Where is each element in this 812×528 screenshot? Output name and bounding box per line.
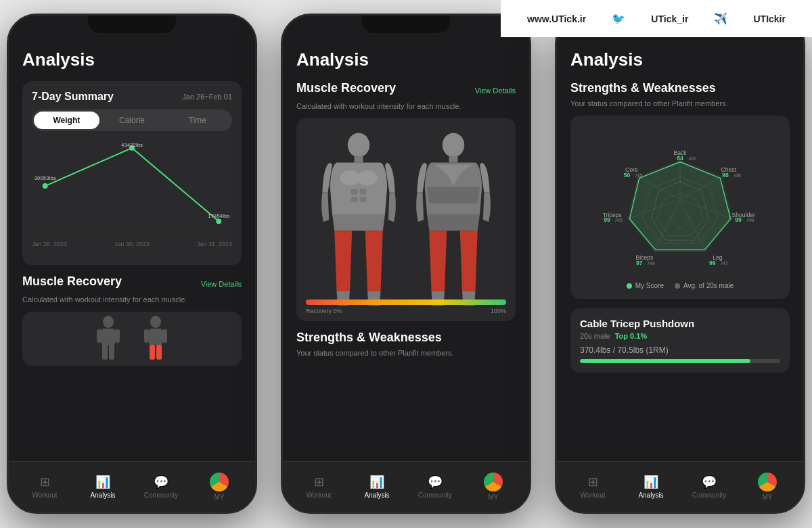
svg-point-25 [340,170,359,186]
avatar-3 [758,473,777,491]
nav-my-2[interactable]: MY [464,473,522,501]
notch [88,16,176,33]
recovery-bar [306,299,506,305]
svg-point-5 [43,183,48,189]
svg-text:98: 98 [722,172,729,178]
nav-label-community-3: Community [692,491,727,499]
recovery-bar-container: Recovery 0% 100% [306,299,506,314]
summary-title: 7-Day Summary [32,91,114,103]
my-score-label: My Score [635,282,664,289]
strengths-title-2: Strengths & Weaknesses [296,331,516,345]
svg-text:84: 84 [677,155,683,162]
view-details-1[interactable]: View Details [201,280,242,288]
analysis-icon-2: 📊 [369,475,384,489]
nav-workout-2[interactable]: ⊞ Workout [290,475,348,499]
nav-label-community-2: Community [418,491,453,499]
nav-label-community-1: Community [144,491,179,499]
muscle-subtitle-1: Calculated with workout intensity for ea… [22,295,242,304]
badge-top: Top 0.1% [615,332,647,340]
svg-text:99: 99 [709,260,716,266]
weight-chart: 30053lbs 43422lbs 17454lbs Jan 26, 2023 … [32,141,232,256]
page-title-1: Analysis [22,49,242,70]
summary-card: 7-Day Summary Jan 26~Feb 01 Weight Calor… [22,81,242,265]
notch-2 [362,16,450,33]
analysis-icon-1: 📊 [95,475,110,489]
chart-tabs: Weight Calorie Time [32,110,232,131]
svg-point-31 [443,133,465,158]
svg-rect-14 [115,329,120,343]
watermark-telegram: UTIckir [753,14,785,24]
nav-analysis-3[interactable]: 📊 Analysis [622,475,680,499]
svg-point-17 [150,316,161,328]
strengths-subtitle-2: Your status compared to other Planfit me… [296,349,516,357]
bottom-nav-2: ⊞ Workout 📊 Analysis 💬 Community MY [283,461,529,512]
radar-card: .axis-label { font-family: -apple-system… [570,116,790,299]
nav-analysis-1[interactable]: 📊 Analysis [74,475,132,499]
svg-text:/49: /49 [648,260,655,266]
body-figure: Recovery 0% 100% [296,118,516,321]
summary-date: Jan 26~Feb 01 [182,93,232,101]
chart-label-2: Jan 30, 2023 [114,241,150,247]
svg-rect-21 [150,345,155,360]
analysis-icon-3: 📊 [644,475,658,489]
watermark-twitter: UTick_ir [651,14,688,24]
nav-label-workout-3: Workout [580,491,605,499]
nav-label-analysis-1: Analysis [90,491,115,499]
workout-icon-2: ⊞ [314,475,324,489]
tab-calorie[interactable]: Calorie [99,112,165,129]
svg-text:/45: /45 [635,172,643,178]
recovery-max: 100% [491,308,506,314]
svg-text:/45: /45 [615,217,623,223]
nav-my-3[interactable]: MY [738,473,796,501]
phone-3: Analysis Strengths & Weaknesses Your sta… [555,14,805,514]
svg-rect-19 [144,329,149,343]
page-title-2: Analysis [296,49,516,70]
nav-community-1[interactable]: 💬 Community [132,475,190,499]
nav-workout-1[interactable]: ⊞ Workout [16,475,74,499]
svg-rect-12 [102,329,115,345]
watermark-bar: www.UTick.ir 🐦 UTick_ir ✈️ UTIckir [501,0,812,37]
nav-community-3[interactable]: 💬 Community [680,475,738,499]
radar-legend: My Score Avg. of 20s male [580,282,780,289]
badge-prefix: 20s male [580,332,610,340]
community-icon-3: 💬 [702,475,717,489]
nav-workout-3[interactable]: ⊞ Workout [564,475,622,499]
legend-my-score: My Score [627,282,664,289]
exercise-weight: 370.4lbs / 70.5lbs (1RM) [580,345,780,355]
svg-rect-32 [449,156,458,163]
nav-my-1[interactable]: MY [190,473,248,501]
svg-text:97: 97 [636,260,643,266]
strengths-subtitle-3: Your status compared to other Planfit me… [570,99,790,107]
svg-text:99: 99 [735,216,742,223]
exercise-card: Cable Tricep Pushdown 20s male Top 0.1% … [570,308,790,373]
tab-weight[interactable]: Weight [34,112,99,129]
workout-icon-3: ⊞ [588,475,598,489]
svg-rect-30 [360,197,367,202]
svg-rect-15 [102,345,108,360]
avg-label: Avg. of 20s male [683,282,734,289]
nav-label-my-3: MY [763,494,773,501]
svg-rect-13 [97,329,102,343]
community-icon-1: 💬 [154,475,168,489]
avg-dot [675,283,680,289]
tab-time[interactable]: Time [164,112,230,129]
bottom-nav-1: ⊞ Workout 📊 Analysis 💬 Community MY [9,461,255,512]
svg-text:/47: /47 [721,260,728,266]
svg-text:/46: /46 [734,172,741,178]
svg-point-23 [348,133,370,158]
svg-text:17454lbs: 17454lbs [208,213,229,219]
chart-labels: Jan 26, 2023 Jan 30, 2023 Jan 31, 2023 [32,238,232,247]
muscle-title-2: Muscle Recovery [296,81,396,95]
svg-rect-20 [162,329,167,343]
svg-rect-28 [360,189,367,195]
svg-marker-44 [629,162,730,250]
nav-analysis-2[interactable]: 📊 Analysis [348,475,406,499]
recovery-min: Recovery 0% [306,308,342,314]
nav-community-2[interactable]: 💬 Community [406,475,464,499]
svg-rect-27 [351,189,358,195]
twitter-icon: 🐦 [612,12,625,25]
view-details-2[interactable]: View Details [475,87,516,95]
nav-label-workout-1: Workout [32,491,57,499]
my-score-dot [627,283,632,289]
svg-point-26 [357,170,377,186]
